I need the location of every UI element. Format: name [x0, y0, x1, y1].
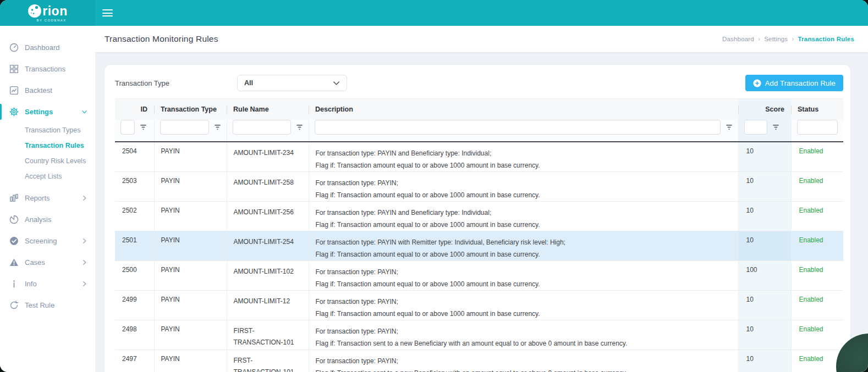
sidebar-item-label: Backtest: [25, 86, 52, 95]
filter-input-score[interactable]: [744, 120, 767, 135]
filter-icon[interactable]: [296, 124, 303, 131]
sidebar-item-label: Transactions: [25, 65, 65, 73]
sidebar-item-test-rule[interactable]: Test Rule: [0, 295, 95, 316]
sidebar-item-label: Screening: [25, 237, 57, 245]
breadcrumb-item-settings[interactable]: Settings: [764, 36, 788, 42]
table-row[interactable]: 2497PAYINFRST-TRANSACTION-101For transac…: [115, 350, 843, 372]
bar-chart-icon: [9, 193, 19, 203]
table-row[interactable]: 2498PAYINFIRST-TRANSACTION-101For transa…: [115, 320, 843, 350]
table-header: IDTransaction TypeRule NameDescriptionSc…: [115, 99, 843, 120]
sidebar-subitem-transaction-types[interactable]: Transaction Types: [0, 123, 95, 138]
cell-rule-name: AMOUNT-LIMIT-258: [227, 172, 309, 202]
filter-icon[interactable]: [140, 124, 147, 131]
sidebar-item-label: Analysis: [25, 215, 51, 224]
menu-icon[interactable]: [102, 8, 113, 19]
filter-input-id[interactable]: [120, 120, 135, 135]
filter-input-type[interactable]: [160, 120, 209, 135]
breadcrumb-separator: ›: [792, 35, 794, 43]
filter-input-status[interactable]: [797, 120, 838, 135]
plus-circle-icon: [753, 79, 761, 87]
sidebar-item-analysis[interactable]: Analysis: [0, 209, 95, 230]
breadcrumb-item-dashboard[interactable]: Dashboard: [722, 36, 754, 42]
cell-id: 2497: [115, 350, 154, 372]
sidebar-nav: DashboardTransactionsBacktestSettingsTra…: [0, 37, 95, 316]
status-badge: Enabled: [791, 320, 843, 350]
column-header-type[interactable]: Transaction Type: [154, 99, 227, 120]
cell-transaction-type: PAYIN: [154, 350, 227, 372]
cell-id: 2499: [115, 291, 154, 320]
status-badge: Enabled: [791, 261, 843, 291]
cell-score: 10: [738, 320, 791, 350]
table-row[interactable]: 2502PAYINAMOUNT-LIMIT-256For transaction…: [115, 202, 843, 231]
cell-description: For transaction type: PAYIN and Benefici…: [309, 142, 738, 172]
cell-score: 10: [738, 202, 791, 231]
add-transaction-rule-label: Add Transaction Rule: [765, 79, 836, 87]
column-header-desc[interactable]: Description: [309, 99, 738, 120]
cell-rule-name: AMOUNT-LIMIT-102: [227, 261, 309, 291]
content-area: Transaction Type All Add Transaction Rul…: [95, 52, 868, 372]
chevron-right-icon: [81, 195, 87, 201]
transaction-type-select[interactable]: All: [237, 75, 347, 91]
cell-id: 2501: [115, 231, 154, 261]
status-badge: Enabled: [791, 291, 843, 320]
cell-id: 2504: [115, 142, 154, 172]
sidebar-item-screening[interactable]: Screening: [0, 230, 95, 252]
breadcrumb-item-transaction-rules: Transaction Rules: [798, 36, 854, 42]
column-header-status[interactable]: Status: [791, 99, 843, 120]
table-row[interactable]: 2501PAYINAMOUNT-LIMIT-254For transaction…: [115, 231, 843, 261]
table-row[interactable]: 2504PAYINAMOUNT-LIMIT-234For transaction…: [115, 142, 843, 172]
sidebar-item-cases[interactable]: Cases: [0, 252, 95, 273]
chevron-right-icon: [81, 259, 87, 265]
sidebar-item-info[interactable]: Info: [0, 273, 95, 295]
sidebar-subitem-accept-lists[interactable]: Accept Lists: [0, 169, 95, 184]
sidebar-item-dashboard[interactable]: Dashboard: [0, 37, 95, 58]
cell-transaction-type: PAYIN: [154, 231, 227, 261]
sidebar-submenu-settings: Transaction TypesTransaction RulesCountr…: [0, 123, 95, 187]
column-header-id[interactable]: ID: [115, 99, 154, 120]
cell-rule-name: AMOUNT-LIMIT-234: [227, 142, 309, 172]
cell-transaction-type: PAYIN: [154, 261, 227, 291]
filter-icon[interactable]: [772, 124, 779, 131]
filter-icon[interactable]: [214, 124, 221, 131]
cell-transaction-type: PAYIN: [154, 202, 227, 231]
brand[interactable]: rion by CODENAX: [0, 0, 95, 26]
grid-icon: [9, 64, 19, 74]
sidebar-item-transactions[interactable]: Transactions: [0, 58, 95, 80]
cell-description: For transaction type: PAYIN and Benefici…: [309, 202, 738, 231]
brand-wordmark: rion: [42, 5, 67, 18]
cell-score: 10: [738, 231, 791, 261]
column-header-rule[interactable]: Rule Name: [227, 99, 309, 120]
status-badge: Enabled: [791, 231, 843, 261]
pie-chart-icon: [9, 215, 19, 224]
chevron-right-icon: [81, 238, 87, 244]
chevron-right-icon: [81, 281, 87, 287]
column-header-score[interactable]: Score: [738, 99, 791, 120]
status-badge: Enabled: [791, 350, 843, 372]
cell-description: For transaction type: PAYIN;Flag if: Tra…: [309, 172, 738, 202]
transaction-type-label: Transaction Type: [115, 79, 237, 87]
filter-input-desc[interactable]: [315, 120, 721, 135]
main-area: Transaction Monitoring Rules Dashboard ›…: [95, 26, 868, 372]
table-row[interactable]: 2503PAYINAMOUNT-LIMIT-258For transaction…: [115, 172, 843, 202]
sidebar-item-reports[interactable]: Reports: [0, 187, 95, 209]
cell-description: For transaction type: PAYIN;Flag if: Tra…: [309, 261, 738, 291]
filter-input-rule[interactable]: [233, 120, 291, 135]
sidebar-subitem-transaction-rules[interactable]: Transaction Rules: [0, 138, 95, 153]
cell-score: 10: [738, 142, 791, 172]
cell-score: 10: [738, 350, 791, 372]
sidebar-item-backtest[interactable]: Backtest: [0, 80, 95, 101]
filter-icon[interactable]: [726, 124, 733, 131]
cell-rule-name: AMOUNT-LIMIT-254: [227, 231, 309, 261]
table-row[interactable]: 2499PAYINAMOUNT-LIMIT-12For transaction …: [115, 291, 843, 320]
table-row[interactable]: 2500PAYINAMOUNT-LIMIT-102For transaction…: [115, 261, 843, 291]
sidebar-item-settings[interactable]: Settings: [0, 101, 95, 123]
cell-rule-name: FIRST-TRANSACTION-101: [227, 320, 309, 350]
sidebar-item-label: Dashboard: [25, 43, 60, 52]
filter-bar: Transaction Type All Add Transaction Rul…: [115, 75, 843, 91]
chart-box-icon: [9, 86, 19, 95]
filter-row: [115, 120, 843, 142]
sidebar-subitem-country-risk-levels[interactable]: Country Risk Levels: [0, 153, 95, 169]
sidebar-item-label: Cases: [25, 258, 45, 266]
add-transaction-rule-button[interactable]: Add Transaction Rule: [745, 75, 843, 91]
cell-transaction-type: PAYIN: [154, 172, 227, 202]
